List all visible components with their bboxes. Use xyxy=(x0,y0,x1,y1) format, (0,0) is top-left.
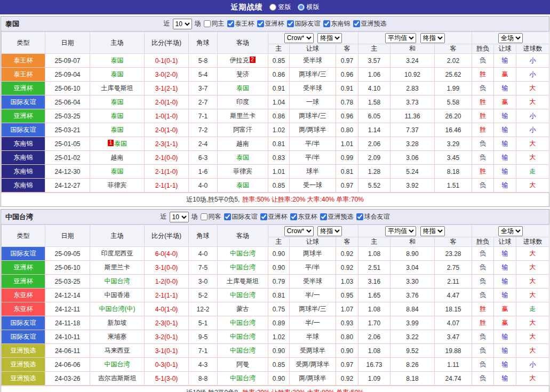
corner-count: 12-2 xyxy=(189,302,218,316)
final-odds-select-2[interactable]: 终指 xyxy=(420,226,445,236)
league-filter-checkbox[interactable]: 泰王杯 xyxy=(227,19,254,28)
result-handicap: 输 xyxy=(494,54,516,68)
avg-away: 3.29 xyxy=(435,137,472,151)
horizontal-radio[interactable] xyxy=(298,4,305,11)
result-outcome: 胜 xyxy=(472,109,494,123)
match-score: 0-1(0-1) xyxy=(145,54,189,68)
odds-away: 0.96 xyxy=(336,68,358,82)
team-label: 斯里兰卡 xyxy=(230,112,256,119)
match-count-select[interactable]: 10 xyxy=(170,212,189,222)
same-venue-checkbox[interactable]: 同客 xyxy=(201,212,221,221)
same-venue-input[interactable] xyxy=(204,20,211,27)
result-goals: 大 xyxy=(516,316,549,330)
odds-away: 1.01 xyxy=(336,137,358,151)
summary-row: 近10场,胜2平0负8, 胜率:20% 让胜率:30% 大率:80% 单率:50… xyxy=(1,386,549,392)
away-team: 中国台湾 xyxy=(218,261,268,275)
result-outcome: 胜 xyxy=(472,68,494,82)
match-row: 国际友谊25-09-05印度尼西亚6-0(4-0)4-0中国台湾0.90两球半0… xyxy=(2,247,549,261)
home-team: 泰国 xyxy=(90,109,145,123)
average-select[interactable]: 平均值 xyxy=(385,226,416,236)
league-filter-checkbox[interactable]: 亚洲预选 xyxy=(320,212,354,221)
layout-vertical-option[interactable]: 竖版 xyxy=(269,3,291,12)
sub-header-odds-away: 客 xyxy=(336,44,358,54)
home-team: 中国台湾 xyxy=(90,275,145,289)
match-count-select[interactable]: 10 xyxy=(173,19,192,29)
avg-away: 5.58 xyxy=(435,95,472,109)
team-label: 中国台湾 xyxy=(230,374,256,382)
sub-header-avg-away: 客 xyxy=(435,44,472,54)
scope-header: 全场 xyxy=(472,225,549,237)
col-header-away: 客场 xyxy=(218,32,268,54)
match-row: 东南锦24-12-27菲律宾2-1(1-1)4-0泰国0.85受一球0.975.… xyxy=(2,179,549,193)
bookmaker-select[interactable]: Crow* xyxy=(284,33,314,43)
result-outcome: 胜 xyxy=(472,165,494,179)
col-header-type: 类型 xyxy=(2,32,45,54)
final-odds-select-2[interactable]: 终指 xyxy=(420,33,445,43)
league-filter-checkbox[interactable]: 国际友谊 xyxy=(224,212,258,221)
avg-home: 1.08 xyxy=(358,302,390,316)
corner-count: 9-5 xyxy=(189,330,218,344)
home-team: 泰国 xyxy=(90,54,145,68)
result-handicap: 输 xyxy=(494,109,516,123)
team-label: 泰国 xyxy=(111,57,124,64)
home-team: 中国香港 xyxy=(90,289,145,302)
league-filter-checkbox[interactable]: 亚洲杯 xyxy=(260,212,288,221)
same-venue-checkbox[interactable]: 同主 xyxy=(204,19,225,28)
match-row: 泰王杯25-09-04泰国3-0(2-0)5-4斐济0.86两球半/三0.961… xyxy=(2,68,549,82)
team-label: 中国台湾 xyxy=(230,263,256,271)
avg-draw: 3.24 xyxy=(390,54,435,68)
avg-away: 3.45 xyxy=(435,151,472,165)
odds-home: 0.81 xyxy=(268,137,290,151)
result-outcome: 胜 xyxy=(472,302,494,316)
league-filter-checkbox[interactable]: 球会友谊 xyxy=(356,212,390,221)
odds-home: 1.04 xyxy=(268,95,290,109)
result-handicap: 输 xyxy=(494,82,516,95)
match-type-badge: 亚洲预选 xyxy=(2,372,45,386)
same-venue-input[interactable] xyxy=(201,213,208,220)
league-filter-checkbox[interactable]: 亚洲预选 xyxy=(353,19,387,28)
away-team: 斯里兰卡 xyxy=(218,109,268,123)
home-team: 土库曼斯坦 xyxy=(90,82,145,95)
avg-home: 1.14 xyxy=(358,123,390,137)
final-odds-select[interactable]: 终指 xyxy=(317,226,342,236)
result-goals: 大 xyxy=(516,82,549,95)
final-odds-select[interactable]: 终指 xyxy=(317,33,342,43)
avg-home: 2.06 xyxy=(358,137,390,151)
match-type-badge: 国际友谊 xyxy=(2,316,45,330)
summary-record: 近10场,胜2平0负8, xyxy=(186,388,240,392)
league-filter-checkbox[interactable]: 国际友谊 xyxy=(287,19,321,28)
result-goals: 大 xyxy=(516,95,549,109)
match-score: 2-0(1-0) xyxy=(145,95,189,109)
league-filter-checkbox[interactable]: 东南锦 xyxy=(323,19,350,28)
recent-results-page: 近期战绩 竖版 横版 泰国 近 10 场 同主 泰王杯 xyxy=(0,0,550,392)
layout-horizontal-option[interactable]: 横版 xyxy=(298,3,320,12)
average-select[interactable]: 平均值 xyxy=(385,33,416,43)
result-goals: 小 xyxy=(516,123,549,137)
match-row: 东南锦24-12-30泰国2-1(1-0)1-6菲律宾1.01球半0.811.2… xyxy=(2,165,549,179)
league-filter-checkbox[interactable]: 亚洲杯 xyxy=(257,19,284,28)
handicap-line: 半球 xyxy=(290,330,336,344)
scope-select[interactable]: 全场 xyxy=(498,33,523,43)
team-label: 阿富汗 xyxy=(233,126,252,133)
avg-home: 3.16 xyxy=(358,275,390,289)
scope-select[interactable]: 全场 xyxy=(498,226,523,236)
odds-away: 1.07 xyxy=(336,302,358,316)
team-label: 菲律宾 xyxy=(233,167,252,175)
result-handicap: 输 xyxy=(494,289,516,302)
result-goals: 小 xyxy=(516,109,549,123)
matches-body: 泰王杯25-09-07泰国0-1(0-1)5-8伊拉克20.85受半球0.973… xyxy=(2,54,549,193)
match-type-badge: 亚洲预选 xyxy=(2,358,45,372)
col-header-away: 客场 xyxy=(218,225,268,247)
result-handicap: 赢 xyxy=(494,68,516,82)
home-team: 泰国 xyxy=(90,165,145,179)
home-team: 吉尔吉斯斯坦 xyxy=(90,372,145,386)
col-header-date: 日期 xyxy=(45,225,90,247)
bookmaker-select[interactable]: Crow* xyxy=(284,226,314,236)
vertical-radio[interactable] xyxy=(269,4,276,11)
handicap-line: 受一球 xyxy=(290,179,336,193)
odds-away: 0.80 xyxy=(336,123,358,137)
league-filter-checkbox[interactable]: 东亚杯 xyxy=(290,212,317,221)
match-score: 3-1(0-0) xyxy=(145,261,189,275)
match-score: 6-0(4-0) xyxy=(145,247,189,261)
result-outcome: 负 xyxy=(472,137,494,151)
